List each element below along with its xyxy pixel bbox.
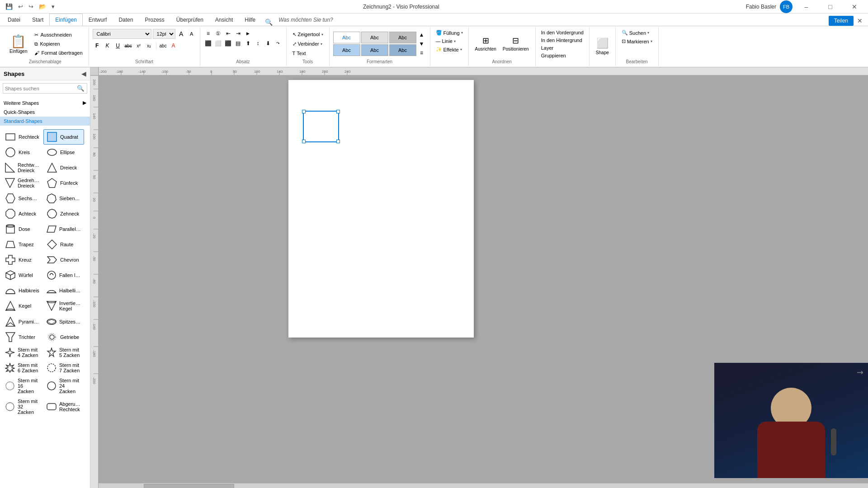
markieren-button[interactable]: ⊡ Markieren ▾ <box>619 38 655 45</box>
verbinder-button[interactable]: ⤢ Verbinder ▾ <box>290 40 326 48</box>
shape-abgerundet[interactable]: Abgerundet... Rechteck <box>43 399 84 414</box>
style-abc4[interactable]: Abc <box>333 44 360 56</box>
more-para-button[interactable]: ▶ <box>244 29 253 38</box>
align-right-button[interactable]: ⬛ <box>224 39 233 48</box>
tab-datei[interactable]: Datei <box>2 14 26 26</box>
tab-search[interactable]: Was möchten Sie tun? <box>273 14 339 26</box>
shape-pyramide[interactable]: Pyramide <box>2 314 42 329</box>
gruppieren-button[interactable]: Gruppieren <box>539 52 568 59</box>
shape-dose[interactable]: Dose <box>2 221 42 237</box>
cut-button[interactable]: ✂ Ausschneiden <box>32 31 85 39</box>
tab-entwurf[interactable]: Entwurf <box>83 14 113 26</box>
handle-bl[interactable] <box>302 140 306 143</box>
font-decrease-button[interactable]: A <box>187 29 196 38</box>
linie-button[interactable]: — Linie ▾ <box>434 38 458 45</box>
font-highlight-button[interactable]: abc <box>159 41 168 50</box>
shape-quadrat[interactable]: Quadrat <box>43 129 84 145</box>
ribbon-close-button[interactable]: ✕ <box>857 17 863 24</box>
copy-button[interactable]: ⧉ Kopieren <box>32 40 85 48</box>
close-button[interactable]: ✕ <box>844 0 864 13</box>
collapse-sidebar-button[interactable]: ◀ <box>81 70 86 77</box>
ausrichten-button[interactable]: ⊞ Ausrichten <box>472 34 499 53</box>
shape-stern6[interactable]: Stern mit 6 Zacken <box>2 360 42 375</box>
maximize-button[interactable]: □ <box>820 0 840 13</box>
tab-prozess[interactable]: Prozess <box>139 14 170 26</box>
shapes-search-input[interactable] <box>3 84 75 93</box>
shape-spitzoval[interactable]: Spitzes Oval <box>43 314 84 329</box>
tab-start[interactable]: Start <box>26 14 49 26</box>
minimize-button[interactable]: – <box>796 0 816 13</box>
shapes-search-button[interactable]: 🔍 <box>75 84 87 93</box>
shape-fallen[interactable]: Fallen lassen <box>43 267 84 283</box>
tab-hilfe[interactable]: Hilfe <box>239 14 261 26</box>
superscript-button[interactable]: x² <box>134 41 143 50</box>
suchen-button[interactable]: 🔍 Suchen ▾ <box>619 29 651 37</box>
shape-rechtwinkl[interactable]: Rechtwinkl... Dreieck <box>2 160 42 175</box>
shape-kreis[interactable]: Kreis <box>2 145 42 160</box>
shape-raute[interactable]: Raute <box>43 237 84 252</box>
style-abc3[interactable]: Abc <box>389 32 416 43</box>
align-justify-button[interactable]: ▤ <box>234 39 243 48</box>
font-increase-button[interactable]: A <box>177 29 186 38</box>
sidebar-item-standard[interactable]: Standard-Shapes <box>0 117 90 126</box>
shape-chevron[interactable]: Chevron <box>43 252 84 267</box>
shape-stern7[interactable]: Stern mit 7 Zacken <box>43 360 84 375</box>
shape-ellipse[interactable]: Ellipse <box>43 145 84 160</box>
in-hintergrund-button[interactable]: In den Hintergrund <box>539 37 584 44</box>
tab-ansicht[interactable]: Ansicht <box>209 14 239 26</box>
font-size-select[interactable]: 12pt. <box>153 29 175 39</box>
align-bottom-button[interactable]: ⬇ <box>264 39 273 48</box>
zeigertool-button[interactable]: ↖ Zeigertool ▾ <box>290 30 326 39</box>
numbered-list-button[interactable]: ① <box>214 29 223 38</box>
decrease-indent-button[interactable]: ⇤ <box>224 29 233 38</box>
h-scrollbar-thumb[interactable] <box>144 484 234 488</box>
align-top-button[interactable]: ⬆ <box>244 39 253 48</box>
style-abc6[interactable]: Abc <box>389 44 416 56</box>
styles-up-button[interactable]: ▲ <box>417 30 426 39</box>
text-button[interactable]: T Text <box>290 49 326 57</box>
shape-stern32[interactable]: Stern mit 32 Zacken <box>2 396 42 417</box>
sidebar-item-weitere[interactable]: Weitere Shapes ▶ <box>0 98 90 108</box>
sidebar-item-quick[interactable]: Quick-Shapes <box>0 108 90 117</box>
style-abc1[interactable]: Abc <box>333 32 360 43</box>
subscript-button[interactable]: x₂ <box>145 41 154 50</box>
effekte-button[interactable]: ✨ Effekte ▾ <box>434 46 464 53</box>
align-middle-button[interactable]: ↕ <box>254 39 263 48</box>
handle-tr[interactable] <box>336 110 340 113</box>
styles-down-button[interactable]: ▼ <box>417 39 426 48</box>
shape-halbkreis[interactable]: Halbkreis <box>2 283 42 298</box>
layer-button[interactable]: Layer <box>539 44 556 52</box>
shape-fuenfeck[interactable]: Fünfeck <box>43 175 84 191</box>
positionieren-button[interactable]: ⊟ Positionieren <box>500 34 532 53</box>
style-abc5[interactable]: Abc <box>361 44 388 56</box>
share-button[interactable]: Teilen <box>829 16 854 26</box>
shape-achteck[interactable]: Achteck <box>2 206 42 221</box>
redo-button[interactable]: ↪ <box>27 2 35 11</box>
paste-button[interactable]: 📋 Einfügen <box>5 32 31 56</box>
italic-button[interactable]: K <box>103 41 112 50</box>
shape-zehneck[interactable]: Zehneck <box>43 206 84 221</box>
shape-dreieck[interactable]: Dreieck <box>43 160 84 175</box>
shape-sechseck[interactable]: Sechseck <box>2 191 42 206</box>
drawing-page[interactable] <box>288 80 474 338</box>
shape-stern5[interactable]: Stern mit 5 Zacken <box>43 345 84 360</box>
handle-br[interactable] <box>336 140 340 143</box>
bullet-list-button[interactable]: ≡ <box>204 29 213 38</box>
shape-stern16[interactable]: Stern mit 16 Zacken <box>2 375 42 396</box>
shape-siebeneck[interactable]: Siebeneck <box>43 191 84 206</box>
underline-button[interactable]: U <box>113 41 123 50</box>
h-scrollbar[interactable] <box>99 483 868 488</box>
canvas-shape[interactable] <box>303 111 339 142</box>
shape-trichter[interactable]: Trichter <box>2 329 42 345</box>
text-direction-button[interactable]: ↷ <box>274 39 283 48</box>
format-painter-button[interactable]: 🖌 Format übertragen <box>32 49 85 57</box>
tab-daten[interactable]: Daten <box>113 14 139 26</box>
open-button[interactable]: 📂 <box>37 2 48 11</box>
shape-parallelogramm[interactable]: Parallelogramm... <box>43 221 84 237</box>
handle-tl[interactable] <box>302 110 306 113</box>
shape-trapez[interactable]: Trapez <box>2 237 42 252</box>
shape-stern4[interactable]: Stern mit 4 Zacken <box>2 345 42 360</box>
shape-gedrehtes[interactable]: Gedrehtes Dreieck <box>2 175 42 191</box>
font-name-select[interactable]: Calibri <box>93 29 151 39</box>
shape-button[interactable]: ⬜ Shape <box>593 36 612 57</box>
